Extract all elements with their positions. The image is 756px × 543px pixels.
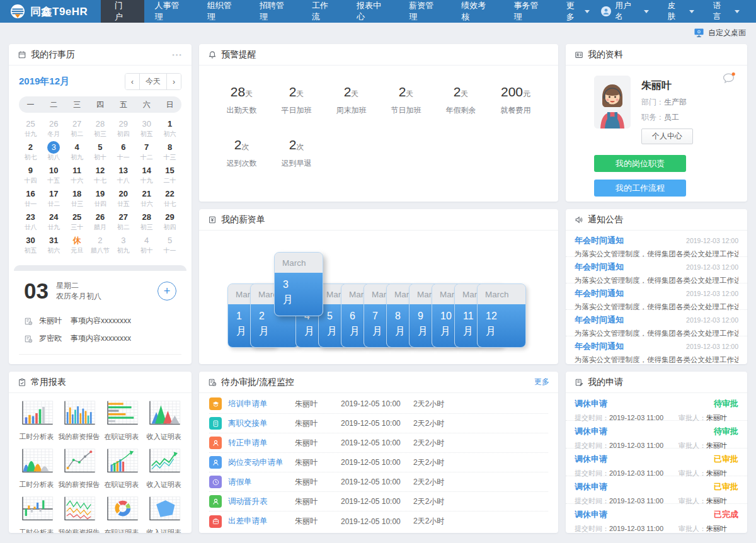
notice-title-link[interactable]: 年会时间通知 — [575, 314, 624, 326]
notice-title-link[interactable]: 年会时间通知 — [575, 235, 624, 246]
report-shortcut-line-arrow[interactable]: 收入证明表 — [143, 447, 186, 489]
approval-title-link[interactable]: 培训申请单 — [228, 399, 295, 409]
navbar-language-menu[interactable]: 语言 — [713, 1, 740, 22]
calendar-day-cell[interactable]: 30初五 — [135, 118, 158, 141]
report-shortcut-donut[interactable]: 在职证明表 — [100, 495, 143, 533]
calendar-day-cell[interactable]: 27初二 — [66, 118, 89, 141]
calendar-day-cell[interactable]: 6十一 — [112, 141, 135, 164]
application-title-link[interactable]: 调休申请 — [575, 454, 607, 465]
personal-center-button[interactable]: 个人中心 — [641, 129, 693, 144]
calendar-day-cell[interactable]: 23廿八 — [19, 211, 42, 234]
report-shortcut-bar-dense[interactable]: 我的薪资报告 — [58, 399, 101, 442]
calendar-day-cell[interactable]: 25三十 — [66, 211, 89, 234]
notice-title-link[interactable]: 年会时间通知 — [575, 341, 624, 352]
add-event-button[interactable]: + — [158, 282, 176, 300]
calendar-day-cell[interactable]: 8十三 — [158, 141, 181, 164]
application-title-link[interactable]: 调休申请 — [575, 481, 607, 493]
nav-item-org[interactable]: 组织管理 — [197, 0, 249, 23]
nav-item-performance[interactable]: 绩效考核 — [450, 0, 503, 23]
calendar-day-cell[interactable]: 2腊八节 — [89, 234, 112, 258]
nav-item-portal[interactable]: 门户 — [101, 0, 144, 23]
calendar-day-cell[interactable]: 5十一 — [158, 234, 181, 258]
calendar-day-cell[interactable]: 11十六 — [66, 164, 89, 188]
nav-item-recruit[interactable]: 招聘管理 — [249, 0, 301, 23]
calendar-prev-button[interactable]: ‹ — [125, 74, 139, 89]
calendar-day-cell[interactable]: 13十八 — [112, 164, 135, 188]
customize-desktop-button[interactable]: 自定义桌面 — [694, 28, 746, 38]
payslip-month-card-3[interactable]: March3月 — [274, 252, 323, 316]
payslip-month-card-12[interactable]: March12月 — [477, 283, 526, 348]
nav-item-salary[interactable]: 薪资管理 — [398, 0, 450, 23]
navbar-username-menu[interactable]: 用户名 — [600, 1, 649, 22]
calendar-day-cell[interactable]: 28初三 — [89, 118, 112, 141]
calendar-day-cell[interactable]: 休元旦 — [66, 234, 89, 258]
calendar-day-cell[interactable]: 5初十 — [89, 141, 112, 164]
calendar-day-cell[interactable]: 28初三 — [135, 211, 158, 234]
calendar-day-cell[interactable]: 9十四 — [19, 164, 42, 188]
calendar-day-cell[interactable]: 3初八 — [42, 141, 66, 164]
calendar-day-cell[interactable]: 24廿九 — [42, 211, 66, 234]
approval-title-link[interactable]: 离职交接单 — [228, 418, 295, 429]
calendar-day-cell[interactable]: 25廿九 — [19, 118, 42, 141]
calendar-day-cell[interactable]: 30初五 — [19, 234, 42, 258]
approval-title-link[interactable]: 岗位变动申请单 — [228, 457, 295, 468]
approval-title-link[interactable]: 请假单 — [228, 477, 295, 488]
my-workflow-button[interactable]: 我的工作流程 — [594, 180, 686, 197]
calendar-day-cell[interactable]: 3初九 — [112, 234, 135, 258]
nav-item-hr[interactable]: 人事管理 — [144, 0, 197, 23]
nav-item-more[interactable]: 更多 — [556, 0, 600, 23]
calendar-menu-icon[interactable]: ●●● — [172, 53, 183, 57]
calendar-day-cell[interactable]: 1初六 — [158, 118, 181, 141]
report-shortcut-line-dots[interactable]: 我的薪资报告 — [58, 447, 101, 489]
report-shortcut-multiline[interactable]: 我的薪资报告 — [58, 495, 101, 533]
approval-title-link[interactable]: 出差申请单 — [228, 516, 295, 527]
calendar-day-cell[interactable]: 27初二 — [112, 211, 135, 234]
nav-item-report-center[interactable]: 报表中心 — [346, 0, 398, 23]
report-shortcut-mountain[interactable]: 收入证明表 — [143, 399, 186, 442]
calendar-day-cell[interactable]: 17廿二 — [42, 188, 66, 211]
calendar-day-cell[interactable]: 26腊月 — [89, 211, 112, 234]
view-more-events-link[interactable]: 查看更多事项 》 — [9, 355, 192, 364]
report-shortcut-area[interactable]: 工时分析表 — [15, 447, 58, 489]
calendar-day-cell[interactable]: 21廿六 — [135, 188, 158, 211]
report-shortcut-bar[interactable]: 工时分析表 — [15, 399, 58, 442]
my-duties-button[interactable]: 我的岗位职责 — [594, 155, 686, 172]
approvals-more-link[interactable]: 更多 — [534, 377, 549, 387]
calendar-day-cell[interactable]: 18廿三 — [66, 188, 89, 211]
app-logo[interactable]: 同鑫T9eHR — [0, 4, 101, 19]
report-shortcut-polygon[interactable]: 收入证明表 — [143, 495, 186, 533]
calendar-day-cell[interactable]: 29初四 — [158, 211, 181, 234]
nav-item-workflow[interactable]: 工作流 — [301, 0, 346, 23]
calendar-day-cell[interactable]: 22廿七 — [158, 188, 181, 211]
calendar-day-cell[interactable]: 19廿四 — [89, 188, 112, 211]
calendar-day-cell[interactable]: 12十七 — [89, 164, 112, 188]
message-bubble-icon[interactable] — [722, 72, 736, 86]
application-title-link[interactable]: 调休申请 — [575, 509, 607, 520]
approval-title-link[interactable]: 转正申请单 — [228, 438, 295, 449]
calendar-today-button[interactable]: 今天 — [139, 74, 166, 89]
calendar-day-cell[interactable]: 2初七 — [19, 141, 42, 164]
event-row[interactable]: 罗密欧事项内容xxxxxxxx — [24, 333, 176, 344]
calendar-day-cell[interactable]: 20廿五 — [112, 188, 135, 211]
notice-title-link[interactable]: 年会时间通知 — [575, 261, 624, 273]
calendar-day-cell[interactable]: 16廿一 — [19, 188, 42, 211]
calendar-day-cell[interactable]: 31初六 — [42, 234, 66, 258]
calendar-day-cell[interactable]: 26冬月 — [42, 118, 66, 141]
calendar-next-button[interactable]: › — [166, 74, 181, 89]
approval-title-link[interactable]: 调动晋升表 — [228, 496, 295, 507]
nav-item-affairs[interactable]: 事务管理 — [503, 0, 556, 23]
notice-title-link[interactable]: 年会时间通知 — [575, 288, 624, 299]
report-shortcut-posneg[interactable]: 工时分析表 — [15, 495, 58, 533]
report-shortcut-bar-arrow[interactable]: 在职证明表 — [100, 447, 143, 489]
calendar-day-cell[interactable]: 29初四 — [112, 118, 135, 141]
calendar-day-cell[interactable]: 14十九 — [135, 164, 158, 188]
event-row[interactable]: 朱丽叶事项内容xxxxxxxx — [24, 316, 176, 326]
calendar-day-cell[interactable]: 4初九 — [66, 141, 89, 164]
navbar-skin-menu[interactable]: 皮肤 — [668, 1, 694, 22]
calendar-day-cell[interactable]: 4初十 — [135, 234, 158, 258]
application-title-link[interactable]: 调休申请 — [575, 426, 607, 437]
calendar-day-cell[interactable]: 15二十 — [158, 164, 181, 188]
calendar-day-cell[interactable]: 7十二 — [135, 141, 158, 164]
calendar-day-cell[interactable]: 10十五 — [42, 164, 66, 188]
report-shortcut-hbar[interactable]: 在职证明表 — [100, 399, 143, 442]
